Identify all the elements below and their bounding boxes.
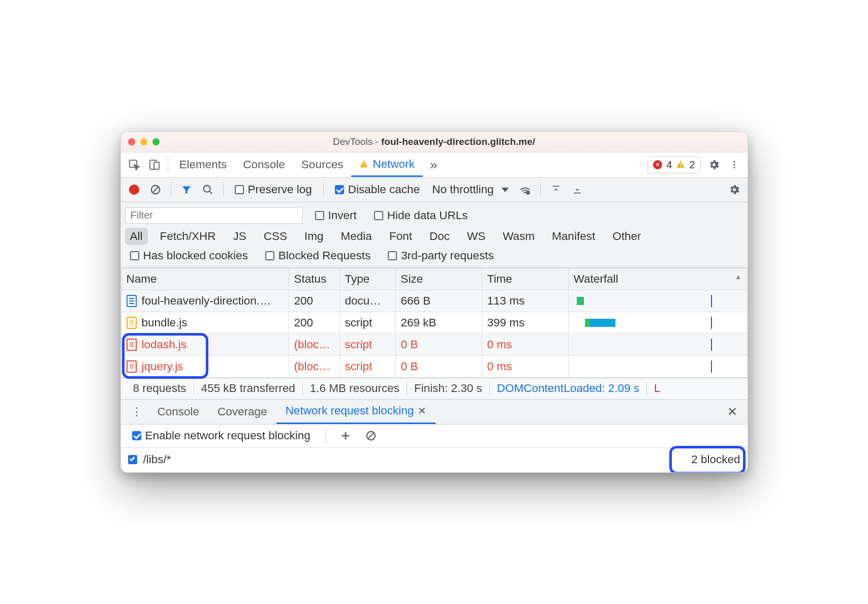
checkbox-icon [315,211,324,220]
more-options-icon[interactable] [724,155,745,175]
table-row[interactable]: lodash.js(bloc…script0 B0 ms [121,334,747,355]
warning-count: 2 [689,159,695,171]
tab-elements[interactable]: Elements [171,153,235,177]
export-har-icon[interactable] [568,180,586,199]
col-name[interactable]: Name [121,268,289,290]
type-filter-js[interactable]: JS [228,228,252,245]
filter-input[interactable] [125,207,303,224]
col-label: Type [345,273,370,285]
warning-icon [359,160,368,169]
table-row[interactable]: jquery.js(bloc…script0 B0 ms [121,355,747,377]
type-filter-all[interactable]: All [125,228,148,245]
remove-all-patterns-icon[interactable] [362,427,380,445]
type-filter-img[interactable]: Img [299,228,329,245]
type-filter-media[interactable]: Media [336,228,377,245]
drawer-menu-icon[interactable]: ⋮ [125,405,148,418]
inspect-element-icon[interactable] [124,155,144,175]
file-type-icon [127,295,137,307]
type-filter-manifest[interactable]: Manifest [547,228,600,245]
drawer-tab-network-blocking[interactable]: Network request blocking ✕ [276,400,436,424]
invert-checkbox[interactable]: Invert [310,209,362,222]
network-conditions-icon[interactable] [516,180,534,199]
close-tab-icon[interactable]: ✕ [418,405,426,417]
disable-cache-checkbox[interactable]: Disable cache [330,183,425,196]
blocking-toolbar: Enable network request blocking [121,425,748,448]
type-filter-font[interactable]: Font [384,228,417,245]
issue-counts[interactable]: ✕ 4 2 [647,157,700,173]
record-button[interactable] [125,180,143,199]
col-waterfall[interactable]: Waterfall [568,268,747,290]
table-row[interactable]: foul-heavenly-direction.…200docum…666 B1… [121,290,747,312]
checkbox-label: Enable network request blocking [145,429,311,442]
cell-waterfall [568,290,747,312]
enable-blocking-checkbox[interactable]: Enable network request blocking [127,429,316,442]
drawer-tab-row: ⋮ Console Coverage Network request block… [121,399,748,425]
network-filter-bar: Invert Hide data URLs AllFetch/XHRJSCSSI… [121,202,748,268]
drawer-tab-console[interactable]: Console [148,400,209,424]
preserve-log-checkbox[interactable]: Preserve log [230,183,317,196]
type-filter-css[interactable]: CSS [259,228,292,245]
checkbox-label: 3rd-party requests [401,249,494,262]
add-pattern-icon[interactable] [336,427,355,445]
svg-rect-4 [364,166,365,167]
cell-waterfall [568,355,747,377]
status-dcl: DOMContentLoaded: 2.09 s [490,382,647,395]
col-time[interactable]: Time [482,268,568,290]
title-url: foul-heavenly-direction.glitch.me/ [381,136,535,147]
svg-line-13 [209,191,212,194]
more-tabs-button[interactable]: » [423,157,444,173]
col-type[interactable]: Type [339,268,395,290]
clear-icon[interactable] [146,180,165,199]
col-label: Name [127,273,157,285]
cell-time: 0 ms [482,355,568,377]
tab-label: Console [243,158,285,171]
table-row[interactable]: bundle.js200script269 kB399 ms [121,312,747,334]
import-har-icon[interactable] [547,180,565,199]
cell-size: 0 B [395,334,482,355]
table-header-row: Name Status Type Size Time Waterfall [121,268,747,290]
type-filter-fetch-xhr[interactable]: Fetch/XHR [155,228,221,245]
cell-waterfall [568,312,747,334]
throttling-select[interactable]: No throttling [428,183,513,196]
tab-console[interactable]: Console [235,153,293,177]
type-filter-other[interactable]: Other [607,228,646,245]
checkbox-icon[interactable] [128,455,137,464]
type-filter-ws[interactable]: WS [462,228,490,245]
filter-icon[interactable] [177,180,196,199]
pattern-text: /libs/* [143,453,171,466]
blocking-pattern-row[interactable]: /libs/* 2 blocked [121,448,748,472]
status-finish: Finish: 2.30 s [407,382,490,395]
blocked-cookies-checkbox[interactable]: Has blocked cookies [125,249,253,262]
type-filter-wasm[interactable]: Wasm [498,228,540,245]
hide-data-urls-checkbox[interactable]: Hide data URLs [369,209,473,222]
tab-sources[interactable]: Sources [293,153,352,177]
panel-settings-icon[interactable] [725,180,743,199]
drawer-tab-coverage[interactable]: Coverage [208,400,276,424]
close-drawer-icon[interactable]: ✕ [721,405,743,419]
col-status[interactable]: Status [289,268,339,290]
cell-time: 399 ms [482,312,568,334]
error-icon: ✕ [653,160,662,169]
col-size[interactable]: Size [395,268,482,290]
type-filter-doc[interactable]: Doc [424,228,455,245]
checkbox-label: Has blocked cookies [143,249,248,262]
tab-label: Console [158,405,200,418]
status-resources: 1.6 MB resources [303,382,407,395]
svg-point-7 [733,161,735,163]
third-party-checkbox[interactable]: 3rd-party requests [383,249,499,262]
device-toolbar-icon[interactable] [144,155,165,175]
select-value: No throttling [432,183,493,196]
status-requests: 8 requests [126,382,194,395]
cell-time: 113 ms [482,290,568,312]
checkbox-icon [130,251,139,260]
checkbox-label: Disable cache [348,183,420,196]
warning-icon [676,160,685,169]
tab-label: Sources [301,158,344,171]
blocked-requests-checkbox[interactable]: Blocked Requests [260,249,376,262]
chevron-down-icon [502,188,509,192]
request-type-filter: AllFetch/XHRJSCSSImgMediaFontDocWSWasmMa… [125,226,743,247]
settings-icon[interactable] [704,155,724,175]
search-icon[interactable] [199,180,217,199]
blocked-count: 2 blocked [691,453,740,466]
tab-network[interactable]: Network [351,153,423,177]
